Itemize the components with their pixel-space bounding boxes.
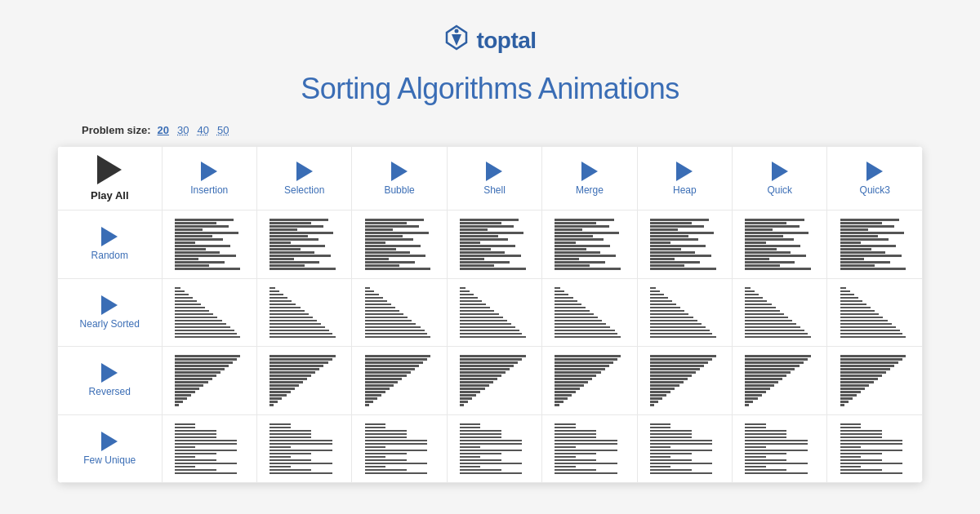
bar [555, 446, 576, 449]
bar [840, 374, 882, 377]
random-row-header[interactable]: Random [58, 210, 163, 279]
bar [650, 443, 713, 445]
bar [555, 304, 581, 306]
bar [745, 307, 775, 309]
nearly-quick-cell[interactable] [733, 278, 827, 347]
nearly-heap-cell[interactable] [637, 278, 732, 347]
bar [650, 391, 671, 393]
bar [270, 297, 287, 299]
fewunique-insertion-cell[interactable] [162, 414, 256, 483]
reversed-bubble-cell[interactable] [352, 347, 447, 415]
fewunique-selection-cell[interactable] [256, 414, 351, 483]
reversed-row: Reversed [58, 347, 923, 415]
nearly-quick3-cell[interactable] [827, 278, 923, 347]
random-selection-cell[interactable] [256, 210, 351, 279]
play-heap-button[interactable]: Heap [644, 162, 725, 196]
play-quick-button[interactable]: Quick [739, 162, 820, 196]
nearly-shell-cell[interactable] [447, 278, 541, 347]
bar [840, 456, 862, 459]
reversed-selection-cell[interactable] [256, 347, 351, 415]
size-option-20[interactable]: 20 [158, 124, 169, 136]
bar [460, 378, 497, 380]
reversed-quick-cell[interactable] [733, 347, 827, 415]
play-few-unique-button[interactable]: Few Unique [65, 432, 155, 466]
random-shell-cell[interactable] [447, 210, 541, 279]
few-unique-row-header[interactable]: Few Unique [58, 414, 163, 483]
bar [745, 304, 771, 306]
bar [175, 401, 183, 403]
bar [745, 394, 761, 397]
play-nearly-sorted-button[interactable]: Nearly Sorted [65, 295, 155, 330]
play-merge-button[interactable]: Merge [549, 162, 630, 196]
bar [365, 255, 426, 257]
bar [650, 361, 708, 364]
reversed-quick3-cell[interactable] [827, 347, 923, 415]
random-bubble-cell[interactable] [352, 210, 447, 279]
header-row: Play All Insertion Selection [58, 147, 923, 210]
random-quick3-cell[interactable] [827, 210, 923, 279]
bar [745, 336, 811, 339]
size-option-40[interactable]: 40 [197, 124, 208, 136]
bar [840, 310, 875, 312]
header-insertion[interactable]: Insertion [162, 147, 256, 210]
bar [460, 371, 506, 374]
fewunique-quick-cell[interactable] [733, 414, 827, 483]
bar [175, 320, 222, 322]
nearly-sorted-row-header[interactable]: Nearly Sorted [58, 278, 163, 347]
header-quick[interactable]: Quick [733, 147, 827, 210]
bar [840, 307, 871, 309]
random-merge-cell[interactable] [542, 210, 637, 279]
fewunique-quick3-cell[interactable] [827, 414, 923, 483]
bar [650, 453, 692, 455]
random-quick-cell[interactable] [733, 210, 827, 279]
nearly-merge-cell[interactable] [542, 278, 637, 347]
header-heap[interactable]: Heap [637, 147, 732, 210]
nearly-selection-cell[interactable] [256, 278, 351, 347]
play-quick3-button[interactable]: Quick3 [834, 162, 915, 196]
play-bubble-button[interactable]: Bubble [359, 162, 439, 196]
reversed-heap-cell[interactable] [637, 347, 732, 415]
play-reversed-button[interactable]: Reversed [65, 363, 155, 397]
bar [365, 294, 379, 296]
bar [650, 381, 684, 383]
size-option-30[interactable]: 30 [177, 124, 189, 136]
bar [650, 333, 713, 335]
bar [365, 443, 428, 445]
play-all-button[interactable]: Play All [65, 155, 155, 202]
fewunique-merge-cell[interactable] [542, 414, 637, 483]
play-selection-icon [296, 162, 313, 181]
bar [175, 450, 238, 452]
reversed-merge-cell[interactable] [542, 347, 637, 415]
bar [650, 358, 713, 361]
size-option-50[interactable]: 50 [217, 124, 229, 136]
play-all-cell[interactable]: Play All [58, 147, 163, 210]
fewunique-heap-cell[interactable] [637, 414, 732, 483]
bar [460, 397, 472, 400]
header-shell[interactable]: Shell [447, 147, 541, 210]
fewunique-shell-cell[interactable] [447, 414, 541, 483]
random-insertion-cell[interactable] [162, 210, 256, 279]
reversed-row-header[interactable]: Reversed [58, 347, 163, 415]
nearly-merge-viz [555, 287, 624, 339]
bar [175, 394, 191, 397]
reversed-shell-cell[interactable] [447, 347, 541, 415]
random-heap-cell[interactable] [637, 210, 732, 279]
play-insertion-button[interactable]: Insertion [169, 162, 250, 196]
bar [460, 459, 501, 462]
header-merge[interactable]: Merge [542, 147, 637, 210]
play-shell-button[interactable]: Shell [454, 162, 535, 196]
bar [745, 355, 811, 357]
header-selection[interactable]: Selection [256, 147, 351, 210]
play-selection-button[interactable]: Selection [264, 162, 345, 196]
nearly-bubble-cell[interactable] [352, 278, 447, 347]
random-quick3-viz [840, 219, 910, 270]
bar [650, 459, 692, 462]
play-random-button[interactable]: Random [65, 227, 155, 261]
header-bubble[interactable]: Bubble [352, 147, 447, 210]
fewunique-bubble-cell[interactable] [352, 414, 447, 483]
header-quick3[interactable]: Quick3 [827, 147, 923, 210]
nearly-insertion-cell[interactable] [162, 278, 256, 347]
reversed-insertion-cell[interactable] [162, 347, 256, 415]
reversed-heap-viz [650, 355, 719, 406]
bar [175, 466, 196, 468]
